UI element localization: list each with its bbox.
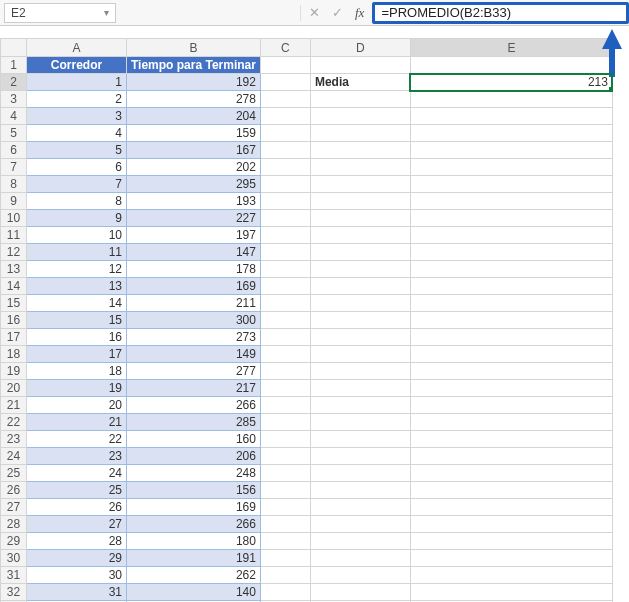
cell[interactable]: [260, 567, 310, 584]
cell[interactable]: [410, 142, 612, 159]
row-header[interactable]: 16: [1, 312, 27, 329]
cell[interactable]: [310, 482, 410, 499]
cell[interactable]: [410, 125, 612, 142]
cell[interactable]: 278: [127, 91, 261, 108]
fx-icon[interactable]: fx: [355, 5, 364, 21]
cell[interactable]: [410, 397, 612, 414]
cell[interactable]: [410, 380, 612, 397]
cell[interactable]: [260, 193, 310, 210]
cell[interactable]: 3: [27, 108, 127, 125]
row-header[interactable]: 21: [1, 397, 27, 414]
cell[interactable]: [410, 176, 612, 193]
cell[interactable]: [310, 244, 410, 261]
cell[interactable]: 167: [127, 142, 261, 159]
cell[interactable]: [410, 312, 612, 329]
row-header[interactable]: 6: [1, 142, 27, 159]
cell[interactable]: [410, 244, 612, 261]
cell[interactable]: [260, 448, 310, 465]
cell[interactable]: [310, 584, 410, 601]
cell[interactable]: [260, 142, 310, 159]
row-header[interactable]: 31: [1, 567, 27, 584]
cell[interactable]: [260, 227, 310, 244]
row-header[interactable]: 19: [1, 363, 27, 380]
cell[interactable]: [260, 125, 310, 142]
cell[interactable]: [410, 499, 612, 516]
cell[interactable]: [310, 516, 410, 533]
cell[interactable]: 300: [127, 312, 261, 329]
cell[interactable]: 266: [127, 516, 261, 533]
cell[interactable]: [260, 499, 310, 516]
cell[interactable]: [410, 465, 612, 482]
cell[interactable]: 8: [27, 193, 127, 210]
name-box[interactable]: E2 ▾: [4, 3, 116, 23]
cell[interactable]: [410, 584, 612, 601]
col-header-B[interactable]: B: [127, 39, 261, 57]
cell[interactable]: [410, 482, 612, 499]
cell[interactable]: 12: [27, 261, 127, 278]
cell[interactable]: 192: [127, 74, 261, 91]
cell[interactable]: [310, 448, 410, 465]
row-header[interactable]: 28: [1, 516, 27, 533]
cell[interactable]: [410, 108, 612, 125]
cell[interactable]: [410, 448, 612, 465]
enter-icon[interactable]: ✓: [332, 5, 343, 20]
cell[interactable]: [310, 125, 410, 142]
cell[interactable]: [310, 329, 410, 346]
cell[interactable]: 206: [127, 448, 261, 465]
cancel-icon[interactable]: ✕: [309, 5, 320, 20]
select-all-corner[interactable]: [1, 39, 27, 57]
cell[interactable]: [260, 363, 310, 380]
selected-cell[interactable]: 213: [410, 74, 612, 91]
cell[interactable]: Tiempo para Terminar: [127, 57, 261, 74]
cell[interactable]: [260, 482, 310, 499]
row-header[interactable]: 26: [1, 482, 27, 499]
cell[interactable]: [410, 567, 612, 584]
cell[interactable]: 2: [27, 91, 127, 108]
cell[interactable]: [310, 57, 410, 74]
cell[interactable]: 6: [27, 159, 127, 176]
row-header[interactable]: 4: [1, 108, 27, 125]
cell[interactable]: 25: [27, 482, 127, 499]
cell[interactable]: [260, 244, 310, 261]
row-header[interactable]: 7: [1, 159, 27, 176]
cell[interactable]: 18: [27, 363, 127, 380]
cell[interactable]: 160: [127, 431, 261, 448]
cell[interactable]: 22: [27, 431, 127, 448]
cell[interactable]: 27: [27, 516, 127, 533]
row-header[interactable]: 23: [1, 431, 27, 448]
cell[interactable]: 262: [127, 567, 261, 584]
cell[interactable]: [410, 550, 612, 567]
cell[interactable]: [310, 431, 410, 448]
cell[interactable]: 295: [127, 176, 261, 193]
cell[interactable]: 204: [127, 108, 261, 125]
row-header[interactable]: 14: [1, 278, 27, 295]
cell[interactable]: [260, 431, 310, 448]
cell[interactable]: [410, 278, 612, 295]
cell[interactable]: [410, 261, 612, 278]
cell[interactable]: 5: [27, 142, 127, 159]
row-header[interactable]: 17: [1, 329, 27, 346]
cell[interactable]: [310, 567, 410, 584]
chevron-down-icon[interactable]: ▾: [104, 7, 109, 18]
cell[interactable]: 273: [127, 329, 261, 346]
cell[interactable]: [260, 346, 310, 363]
cell[interactable]: [260, 584, 310, 601]
cell[interactable]: 248: [127, 465, 261, 482]
cell[interactable]: [310, 210, 410, 227]
cell[interactable]: [310, 159, 410, 176]
cell[interactable]: 277: [127, 363, 261, 380]
cell[interactable]: 13: [27, 278, 127, 295]
cell[interactable]: [260, 159, 310, 176]
cell[interactable]: 4: [27, 125, 127, 142]
cell[interactable]: [260, 533, 310, 550]
row-header[interactable]: 27: [1, 499, 27, 516]
cell[interactable]: [410, 346, 612, 363]
cell[interactable]: [410, 91, 612, 108]
cell[interactable]: 156: [127, 482, 261, 499]
cell[interactable]: [310, 193, 410, 210]
cell[interactable]: [410, 431, 612, 448]
cell[interactable]: [410, 295, 612, 312]
col-header-A[interactable]: A: [27, 39, 127, 57]
cell[interactable]: [260, 380, 310, 397]
cell[interactable]: [310, 108, 410, 125]
